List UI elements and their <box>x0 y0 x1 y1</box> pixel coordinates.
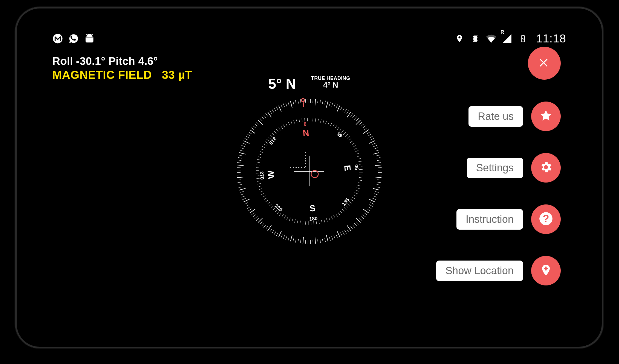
svg-line-107 <box>276 233 278 236</box>
svg-line-255 <box>277 211 279 214</box>
svg-line-192 <box>332 124 334 127</box>
svg-line-233 <box>334 215 335 218</box>
svg-line-102 <box>288 237 289 241</box>
svg-text:W: W <box>266 170 276 179</box>
svg-line-275 <box>256 164 259 166</box>
svg-line-95 <box>305 240 306 244</box>
svg-line-277 <box>257 159 261 160</box>
svg-line-171 <box>279 105 281 112</box>
svg-line-273 <box>256 170 259 171</box>
svg-line-68 <box>363 214 366 217</box>
svg-line-60 <box>372 198 376 200</box>
svg-line-2 <box>305 99 306 103</box>
svg-line-250 <box>289 218 291 221</box>
svg-line-34 <box>369 136 373 138</box>
svg-line-45 <box>377 163 381 163</box>
magnetic-field-label: MAGNETIC FIELD <box>52 68 152 81</box>
roll-value: -30.1° <box>76 55 105 67</box>
svg-line-144 <box>238 157 242 158</box>
roll-label: Roll <box>52 55 73 67</box>
rate-us-label[interactable]: Rate us <box>468 106 523 127</box>
svg-line-28 <box>361 124 364 126</box>
svg-line-249 <box>292 219 293 222</box>
svg-line-222 <box>354 195 357 197</box>
svg-line-176 <box>290 101 292 108</box>
show-location-label[interactable]: Show Location <box>436 261 523 281</box>
svg-line-197 <box>343 132 346 135</box>
svg-line-41 <box>373 152 379 154</box>
svg-line-112 <box>265 226 268 229</box>
svg-line-115 <box>259 222 262 224</box>
svg-line-245 <box>302 221 303 224</box>
svg-line-173 <box>283 103 285 107</box>
svg-line-12 <box>329 102 331 106</box>
svg-line-200 <box>349 138 352 140</box>
svg-line-50 <box>378 175 382 175</box>
svg-line-94 <box>308 240 308 244</box>
svg-line-152 <box>245 138 248 140</box>
close-button[interactable] <box>528 47 561 80</box>
svg-line-117 <box>256 218 259 221</box>
svg-line-39 <box>374 148 378 149</box>
svg-line-99 <box>295 239 296 242</box>
svg-line-269 <box>257 181 260 181</box>
status-bar: R 11:18 <box>52 32 566 45</box>
svg-line-32 <box>367 132 370 134</box>
compass-dial[interactable]: 04590135180225270315NESW <box>233 95 386 248</box>
svg-line-274 <box>256 167 259 168</box>
svg-line-184 <box>313 118 313 121</box>
svg-line-239 <box>319 221 319 224</box>
settings-button[interactable] <box>531 153 561 183</box>
svg-line-203 <box>353 145 356 147</box>
show-location-button[interactable] <box>531 256 561 285</box>
svg-line-59 <box>373 196 377 198</box>
svg-line-293 <box>283 125 285 128</box>
heading-block: 5° N TRUE HEADING 4° N <box>268 76 350 92</box>
svg-line-131 <box>239 188 246 190</box>
orientation-readouts: Roll -30.1° Pitch 4.6° MAGNETIC FIELD 33… <box>52 55 192 82</box>
magnetic-field-value: 33 µT <box>162 68 192 81</box>
true-heading-block: TRUE HEADING 4° N <box>311 76 350 89</box>
svg-line-244 <box>305 221 306 225</box>
svg-line-201 <box>350 141 353 143</box>
svg-line-82 <box>336 235 337 238</box>
svg-line-225 <box>349 201 352 204</box>
svg-line-198 <box>345 134 348 137</box>
svg-line-214 <box>359 175 363 175</box>
svg-line-165 <box>266 113 268 117</box>
svg-line-52 <box>377 179 381 180</box>
svg-line-191 <box>330 123 332 126</box>
svg-line-289 <box>274 131 276 134</box>
svg-line-235 <box>329 217 330 221</box>
svg-line-259 <box>269 204 271 206</box>
svg-line-37 <box>372 143 376 144</box>
svg-line-155 <box>248 132 252 134</box>
svg-line-175 <box>288 102 289 106</box>
instruction-label[interactable]: Instruction <box>456 209 523 230</box>
svg-line-210 <box>359 164 362 164</box>
instruction-button[interactable]: ? <box>531 204 561 234</box>
svg-line-204 <box>354 148 357 149</box>
svg-line-294 <box>286 123 287 126</box>
rate-us-button[interactable] <box>531 102 561 131</box>
svg-line-51 <box>375 177 381 178</box>
settings-label[interactable]: Settings <box>467 158 523 178</box>
svg-line-40 <box>375 150 379 151</box>
svg-line-11 <box>326 101 328 108</box>
svg-line-58 <box>374 193 378 195</box>
svg-text:180: 180 <box>309 216 318 222</box>
svg-line-6 <box>314 99 316 106</box>
svg-line-54 <box>377 184 380 186</box>
svg-line-213 <box>359 172 363 172</box>
svg-line-20 <box>346 111 349 114</box>
svg-line-279 <box>259 154 262 155</box>
battery-charging-icon <box>517 33 528 44</box>
svg-line-114 <box>261 223 264 226</box>
svg-line-70 <box>360 218 362 221</box>
svg-line-264 <box>261 193 264 195</box>
svg-line-276 <box>257 162 260 163</box>
location-add-icon <box>539 264 553 278</box>
svg-line-38 <box>373 145 377 147</box>
location-icon <box>454 33 465 44</box>
svg-line-211 <box>359 167 362 167</box>
